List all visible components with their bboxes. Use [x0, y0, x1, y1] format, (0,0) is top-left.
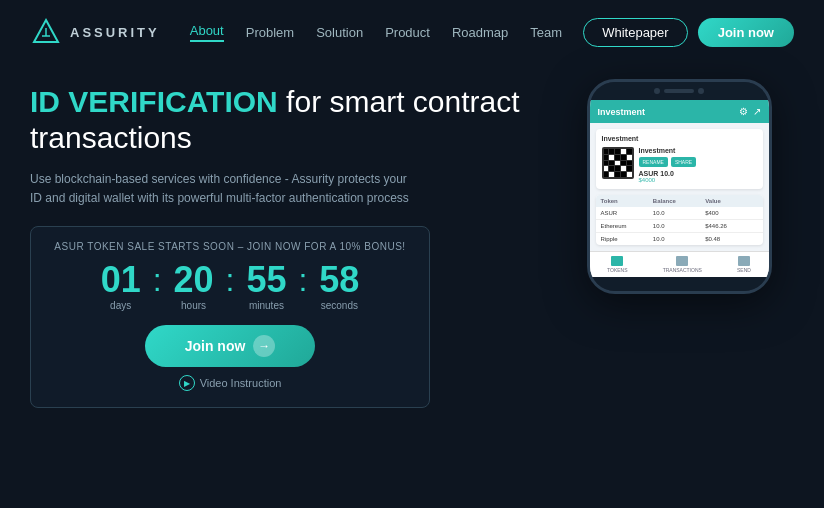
hero-subtitle: Use blockchain-based services with confi…	[30, 170, 420, 208]
phone-card-buttons: RENAME SHARE	[639, 157, 757, 167]
cell-asur-token: ASUR	[601, 210, 653, 216]
phone-bottom-nav: TOKENS TRANSACTIONS SEND	[590, 251, 769, 277]
phone-card-title: Investment	[602, 135, 757, 142]
timer-hours: 20 hours	[164, 262, 224, 311]
phone-bottom-bar	[590, 277, 769, 291]
transactions-icon	[676, 256, 688, 266]
table-row: ASUR 10.0 $400	[596, 207, 763, 220]
phone-mockup: Investment ⚙ ↗ Investment	[587, 79, 772, 294]
timer-minutes: 55 minutes	[236, 262, 296, 311]
join-hero-arrow-icon: →	[253, 335, 275, 357]
join-hero-button[interactable]: Join now →	[145, 325, 316, 367]
timer-sep-2: :	[224, 262, 237, 299]
navbar: ASSURITY About Problem Solution Product …	[0, 0, 824, 64]
timer-sep-3: :	[296, 262, 309, 299]
timer-seconds: 58 seconds	[309, 262, 369, 311]
join-nav-button[interactable]: Join now	[698, 18, 794, 47]
phone-asur-amount: ASUR 10.0	[639, 170, 757, 177]
countdown-box: ASUR TOKEN SALE STARTS SOON – JOIN NOW F…	[30, 226, 430, 408]
video-label: Video Instruction	[200, 377, 282, 389]
logo-area: ASSURITY	[30, 16, 160, 48]
nav-about[interactable]: About	[190, 23, 224, 42]
nav-transactions-label: TRANSACTIONS	[663, 267, 702, 273]
phone-camera	[654, 88, 660, 94]
timer-seconds-number: 58	[309, 262, 369, 298]
export-icon[interactable]: ↗	[753, 106, 761, 117]
cell-ripple-balance: 10.0	[653, 236, 705, 242]
timer-sep-1: :	[151, 262, 164, 299]
cell-asur-value: $400	[705, 210, 757, 216]
phone-table: Token Balance Value ASUR 10.0 $400 Ether…	[596, 195, 763, 245]
timer-days: 01 days	[91, 262, 151, 311]
timer-hours-label: hours	[164, 300, 224, 311]
share-button[interactable]: SHARE	[671, 157, 696, 167]
phone-content: Investment Investment	[590, 123, 769, 251]
cell-ripple-token: Ripple	[601, 236, 653, 242]
settings-icon[interactable]: ⚙	[739, 106, 748, 117]
col-balance: Balance	[653, 198, 705, 204]
table-row: Ethereum 10.0 $446.26	[596, 220, 763, 233]
phone-card-info-title: Investment	[639, 147, 757, 154]
phone-header: Investment ⚙ ↗	[590, 100, 769, 123]
cell-eth-balance: 10.0	[653, 223, 705, 229]
join-hero-label: Join now	[185, 338, 246, 354]
countdown-label: ASUR TOKEN SALE STARTS SOON – JOIN NOW F…	[51, 241, 409, 252]
cell-eth-token: Ethereum	[601, 223, 653, 229]
timer-days-label: days	[91, 300, 151, 311]
phone-table-header: Token Balance Value	[596, 195, 763, 207]
nav-send[interactable]: SEND	[737, 256, 751, 273]
timer-seconds-label: seconds	[309, 300, 369, 311]
nav-product[interactable]: Product	[385, 25, 430, 40]
phone-speaker	[664, 89, 694, 93]
nav-tokens-label: TOKENS	[607, 267, 627, 273]
hero-left: ID VERIFICATION for smart contract trans…	[30, 74, 544, 508]
phone-asur-price: $4000	[639, 177, 757, 183]
phone-top-bar	[590, 82, 769, 100]
brand-name: ASSURITY	[70, 25, 160, 40]
tokens-icon	[611, 256, 623, 266]
cell-asur-balance: 10.0	[653, 210, 705, 216]
hero-title-bold: ID VERIFICATION	[30, 85, 278, 118]
hero-right: Investment ⚙ ↗ Investment	[564, 74, 794, 508]
timer-minutes-label: minutes	[236, 300, 296, 311]
play-circle-icon: ▶	[179, 375, 195, 391]
nav-problem[interactable]: Problem	[246, 25, 294, 40]
nav-solution[interactable]: Solution	[316, 25, 363, 40]
send-icon	[738, 256, 750, 266]
timer-hours-number: 20	[164, 262, 224, 298]
timer-days-number: 01	[91, 262, 151, 298]
nav-team[interactable]: Team	[530, 25, 562, 40]
video-instruction-link[interactable]: ▶ Video Instruction	[179, 375, 282, 391]
phone-card-info: Investment RENAME SHARE ASUR 10.0 $4000	[639, 147, 757, 183]
nav-buttons: Whitepaper Join now	[583, 18, 794, 47]
nav-links: About Problem Solution Product Roadmap T…	[190, 23, 583, 42]
whitepaper-button[interactable]: Whitepaper	[583, 18, 687, 47]
countdown-timer: 01 days : 20 hours : 55 minutes : 58 sec…	[51, 262, 409, 311]
timer-minutes-number: 55	[236, 262, 296, 298]
nav-tokens[interactable]: TOKENS	[607, 256, 627, 273]
nav-transactions[interactable]: TRANSACTIONS	[663, 256, 702, 273]
nav-send-label: SEND	[737, 267, 751, 273]
phone-camera-2	[698, 88, 704, 94]
col-token: Token	[601, 198, 653, 204]
rename-button[interactable]: RENAME	[639, 157, 668, 167]
hero-section: ID VERIFICATION for smart contract trans…	[0, 64, 824, 508]
phone-card-row: Investment RENAME SHARE ASUR 10.0 $4000	[602, 147, 757, 183]
phone-investment-card: Investment Investment	[596, 129, 763, 189]
cell-eth-value: $446.26	[705, 223, 757, 229]
col-value: Value	[705, 198, 757, 204]
logo-icon	[30, 16, 62, 48]
phone-qr-code	[602, 147, 634, 179]
phone-header-icons: ⚙ ↗	[739, 106, 761, 117]
phone-screen-title: Investment	[598, 107, 646, 117]
countdown-buttons: Join now → ▶ Video Instruction	[51, 325, 409, 391]
cell-ripple-value: $0.48	[705, 236, 757, 242]
hero-title: ID VERIFICATION for smart contract trans…	[30, 84, 544, 156]
nav-roadmap[interactable]: Roadmap	[452, 25, 508, 40]
phone-screen: Investment ⚙ ↗ Investment	[590, 100, 769, 277]
table-row: Ripple 10.0 $0.48	[596, 233, 763, 245]
